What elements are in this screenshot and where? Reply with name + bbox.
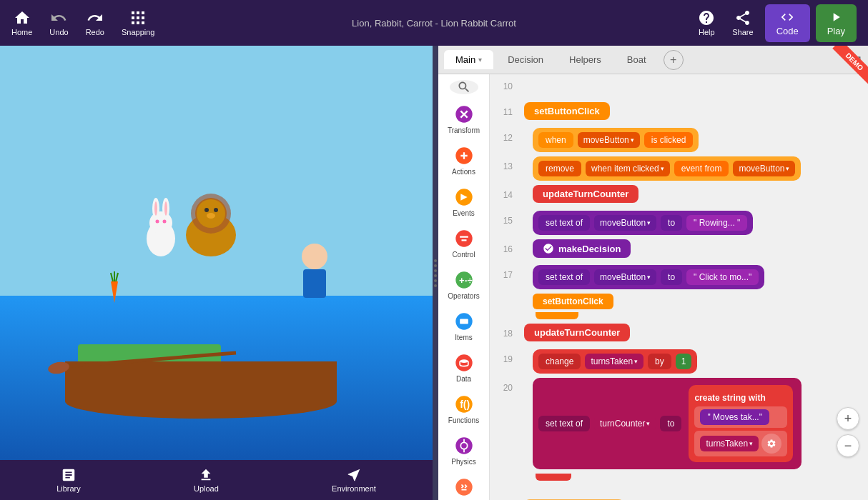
line-num-21: 21 — [490, 497, 518, 500]
setbuttonclick-tail: setButtonClick — [533, 294, 613, 319]
line-num-17: 17 — [490, 263, 518, 280]
set-text-container-2: set text of moveButton ▾ to " Click to m… — [533, 265, 764, 289]
turnstaken-dropdown[interactable]: turnsTaken ▾ — [585, 354, 643, 369]
sidebar-item-events[interactable]: Events — [441, 183, 487, 221]
environment-button[interactable]: Environment — [323, 464, 385, 496]
movebutton-dropdown-4[interactable]: moveButton ▾ — [594, 269, 656, 285]
sidebar-item-actions[interactable]: Actions — [441, 141, 487, 180]
sidebar-icons: Transform Actions Events Control +-÷ Ope… — [438, 74, 490, 500]
add-tab-button[interactable]: + — [664, 50, 684, 70]
settings-gear-button[interactable] — [761, 434, 781, 454]
setbuttonclick-block[interactable]: setButtonClick — [524, 102, 610, 120]
tab-boat[interactable]: Boat — [616, 50, 658, 69]
help-label: Help — [699, 28, 715, 36]
search-button[interactable] — [450, 80, 478, 94]
sidebar-item-items[interactable]: Items — [441, 307, 487, 346]
block-content-13: remove when item clicked ▾ event from mo… — [518, 154, 868, 183]
red-tail — [536, 474, 571, 481]
movebutton-dropdown-3[interactable]: moveButton ▾ — [594, 215, 656, 231]
svg-point-1 — [195, 198, 227, 229]
sidebar-item-functions[interactable]: f() Functions — [441, 390, 487, 429]
redo-button[interactable]: Redo — [86, 9, 104, 36]
code-panel: DEMO Main ▾ Decision Helpers Boat + ⤢ — [438, 46, 868, 500]
remove-container: remove when item clicked ▾ event from mo… — [533, 156, 801, 181]
movebtn-dropdown-2[interactable]: moveButton ▾ — [733, 161, 795, 176]
svg-point-5 — [214, 208, 218, 212]
when-block: when — [538, 132, 573, 148]
rowing-string: " Rowing... " — [686, 215, 747, 231]
updateturncounter-block-1[interactable]: updateTurnCounter — [533, 185, 638, 203]
undo-button[interactable]: Undo — [49, 9, 68, 36]
sidebar-item-physics[interactable]: Physics — [441, 431, 487, 470]
svg-point-0 — [186, 214, 236, 256]
tab-boat-label: Boat — [627, 54, 646, 65]
tab-decision-label: Decision — [508, 54, 543, 65]
block-content-11: setButtonClick — [518, 100, 868, 122]
expand-button[interactable]: ⤢ — [852, 52, 862, 68]
help-button[interactable]: Help — [692, 6, 721, 39]
tab-decision[interactable]: Decision — [496, 50, 555, 69]
updateturncounter-block-2[interactable]: updateTurnCounter — [524, 324, 630, 341]
environment-label: Environment — [332, 484, 376, 493]
sidebar-transform-label: Transform — [448, 126, 480, 134]
block-content-19: change turnsTaken ▾ by 1 — [518, 347, 868, 376]
svg-point-10 — [162, 198, 169, 219]
sidebar-item-control[interactable]: Control — [441, 224, 487, 263]
block-content-16: makeDecision — [518, 237, 868, 260]
tab-helpers[interactable]: Helpers — [558, 50, 613, 69]
zoom-in-button[interactable]: + — [837, 407, 859, 430]
change-block: change — [538, 354, 581, 369]
svg-text:+-÷: +-÷ — [459, 275, 473, 286]
share-label: Share — [732, 28, 753, 36]
home-label: Home — [11, 28, 32, 36]
set-text-container-1: set text of moveButton ▾ to " Rowing... … — [533, 211, 753, 235]
sidebar-operators-label: Operators — [448, 292, 479, 300]
tab-helpers-label: Helpers — [569, 54, 601, 65]
svg-point-39 — [455, 479, 472, 495]
change-container: change turnsTaken ▾ by 1 — [533, 349, 697, 374]
create-string-container: create string with " Moves tak..." turns… — [689, 385, 793, 462]
snapping-button[interactable]: Snapping — [122, 9, 155, 36]
home-button[interactable]: Home — [11, 9, 32, 36]
line-row-17: 17 set text of moveButton ▾ to " Click t… — [490, 263, 868, 291]
play-button[interactable]: Play — [816, 4, 857, 42]
svg-point-11 — [154, 201, 157, 216]
block-content-14: updateTurnCounter — [518, 183, 868, 205]
by-block: by — [648, 354, 671, 369]
line-row-15: 15 set text of moveButton ▾ to " Rowing.… — [490, 209, 868, 237]
setbuttonclick-inner[interactable]: setButtonClick — [533, 294, 613, 309]
tabs-bar: Main ▾ Decision Helpers Boat + ⤢ — [438, 46, 868, 74]
makedecision-block[interactable]: makeDecision — [533, 239, 631, 258]
blocks-area[interactable]: 10 11 setButtonClick 12 when — [490, 74, 868, 500]
moves-tak-string: " Moves tak..." — [700, 409, 769, 425]
click-string: " Click to mo..." — [686, 269, 759, 285]
block-content-17b: setButtonClick — [518, 291, 868, 321]
upload-button[interactable]: Upload — [185, 464, 227, 496]
panel-divider[interactable] — [433, 46, 438, 500]
block-content-12: when moveButton ▾ is clicked — [518, 126, 868, 154]
share-button[interactable]: Share — [726, 6, 759, 39]
when-item-clicked-dropdown[interactable]: when item clicked ▾ — [586, 161, 670, 176]
svg-point-12 — [164, 201, 167, 216]
sidebar-item-transform[interactable]: Transform — [441, 100, 487, 139]
sidebar-control-label: Control — [452, 251, 475, 259]
undo-label: Undo — [49, 28, 68, 36]
movebutton-dropdown[interactable]: moveButton ▾ — [578, 132, 640, 148]
zoom-out-button[interactable]: − — [837, 434, 859, 457]
svg-rect-30 — [460, 319, 468, 324]
turncounter-dropdown[interactable]: turnCounter ▾ — [594, 416, 656, 431]
block-content-10 — [518, 74, 868, 79]
tab-main[interactable]: Main ▾ — [444, 50, 493, 69]
library-button[interactable]: Library — [48, 464, 89, 496]
line-row-17b: setButtonClick — [490, 291, 868, 321]
sidebar-item-debug[interactable]: Debug — [441, 473, 487, 500]
tab-main-dropdown[interactable]: ▾ — [478, 56, 482, 64]
sidebar-item-data[interactable]: Data — [441, 349, 487, 387]
library-label: Library — [56, 484, 81, 493]
code-button[interactable]: Code — [765, 4, 810, 42]
sidebar-physics-label: Physics — [451, 458, 475, 466]
sidebar-item-operators[interactable]: +-÷ Operators — [441, 266, 487, 304]
block-content-20: set text of turnCounter ▾ to create stri… — [518, 376, 868, 471]
turnstaken-dropdown-2[interactable]: turnsTaken ▾ — [700, 436, 759, 451]
svg-point-32 — [460, 359, 468, 363]
